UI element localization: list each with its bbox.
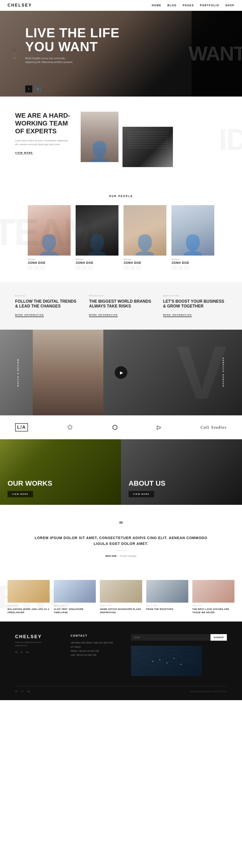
person-name-2: JONH DOE [75,261,119,265]
blog-section: EWO May 21, 2019 BALANCING WORK AND LIFE… [0,572,242,621]
navbar-logo: CHELSEY [7,3,32,7]
logo-2: ✿ [67,423,73,432]
navbar: CHELSEY HOME BLOG PAGES PORTFOLIO SHOP [0,0,242,11]
hero-controls: ‹ › [25,86,41,93]
nav-blog[interactable]: BLOG [168,4,177,7]
service-category-3: MARKETING [163,294,227,297]
person-fb-1[interactable]: Fb [34,266,39,270]
people-section: TEAM OUR PEOPLE 👤 Manager JONH DOE Tw Fb… [0,182,242,282]
footer-address: 198 West 21th Street, Suite 221 New York… [70,641,116,657]
person-fb-2[interactable]: Fb [82,266,87,270]
hero-prev-button[interactable]: ‹ [25,86,32,93]
hero-slide-current: 03 [12,48,16,52]
service-title-3: LET'S BOOST YOUR BUSINESS & GROW TOGETHE… [163,299,227,309]
blog-date-5: May 6, 2019 [192,604,235,607]
about-image-person: 👤 [81,112,119,162]
person-role-1: Manager [28,258,70,260]
blog-post-2: April 12, 2019 VLOG TRIP: SINGAPORE TIME… [54,580,96,614]
about-images: 👤 [81,112,227,167]
footer-signup-button[interactable]: SIGNUP [211,634,227,641]
hero-next-button[interactable]: › [34,86,41,93]
nav-pages[interactable]: PAGES [183,4,194,7]
footer-bottom-pi[interactable]: Pi [22,690,23,692]
blog-image-5 [192,580,235,602]
bridge-lines [122,127,173,167]
person-tw-4[interactable]: Tw [172,266,177,270]
service-category-1: DIGITAL [15,294,79,297]
nav-portfolio[interactable]: PORTFOLIO [200,4,219,7]
person-card-4: 👤 Manager JONH DOE Tw Fb Li [172,205,214,270]
person-fb-4[interactable]: Fb [178,266,183,270]
person-image-2: 👤 [75,205,119,255]
blog-date-3: March 8, 2019 [100,604,142,607]
about-view-more-button[interactable]: VIEW MORE [128,491,154,497]
footer-fb[interactable]: Fb [15,651,18,653]
social-twitter[interactable]: t [3,53,4,55]
about-section: WE ARE A HARD-WORKING TEAM OF EXPERTS Lo… [0,96,242,182]
navbar-links: HOME BLOG PAGES PORTFOLIO SHOP [152,4,235,7]
footer-bottom: Fb Pi Mo Designed by Fragmentor Themes ©… [15,686,227,692]
blog-post-5: May 6, 2019 THE BEST LOVE AFFAIRS ARE TH… [192,580,235,614]
social-instagram[interactable]: o [3,59,4,62]
logo-3: ⬡ [112,424,118,431]
hero-slide-total: 05 [13,57,16,60]
footer-contact: CONTACT 198 West 21th Street, Suite 221 … [70,634,116,676]
quote-icon: " [30,520,212,530]
person-tw-3[interactable]: Tw [123,266,129,270]
footer-pi[interactable]: Pi [21,651,23,653]
person-li-2[interactable]: Li [89,266,93,270]
service-marketing: MARKETING LET'S BOOST YOUR BUSINESS & GR… [163,294,227,317]
about-view-more[interactable]: VIEW MORE [15,152,33,154]
footer-made-by: Made by Fragmentor Themes all@reserved [15,641,56,648]
about-card-title: ABOUT US [128,479,165,488]
service-category-2: BRANDING [89,294,153,297]
blog-grid: May 21, 2019 BALANCING WORK AND LIFE AS … [7,580,235,614]
blog-date-4: April 23, 2019 [146,604,188,607]
service-link-1[interactable]: MORE INFORMATION [15,314,44,317]
service-link-3[interactable]: MORE INFORMATION [163,314,192,317]
map-svg [131,646,202,676]
person-li-1[interactable]: Li [40,266,45,270]
blog-title-5[interactable]: THE BEST LOVE AFFAIRS ARE THOSE WE NEVER [192,608,235,614]
logo-1: L/A [15,423,28,432]
person-li-3[interactable]: Li [137,266,141,270]
footer-mo[interactable]: Mo [26,651,29,653]
person-role-4: Manager [172,258,214,260]
blog-image-2 [54,580,96,602]
person-card-2: 👤 Manager JONH DOE Tw Fb Li [75,205,119,270]
blog-title-2[interactable]: VLOG TRIP: SINGAPORE TIMELAPSE [54,608,96,614]
footer-email-row: SIGNUP [131,634,227,641]
about-card: ABOUT US VIEW MORE [121,439,242,505]
about-content: WE ARE A HARD-WORKING TEAM OF EXPERTS Lo… [15,112,70,167]
footer-email-input[interactable] [131,634,211,641]
person-name-1: JONH DOE [28,261,70,265]
person-image-bg: 👤 [81,112,119,162]
footer-brand: CHELSEY Made by Fragmentor Themes all@re… [15,634,56,676]
blog-title-1[interactable]: BALANCING WORK AND LIFE AS A FREELANCER [7,608,50,614]
blog-title-3[interactable]: HOME OFFICE MAKEOVER PLANS INSPIRATION [100,608,142,614]
about-text: Lorem ipsum dolor sit amet, consectetuer… [15,139,70,147]
video-label-left: WATCH A REVIEW [17,359,19,386]
person-tw-1[interactable]: Tw [28,266,33,270]
blog-image-3 [100,580,142,602]
nav-shop[interactable]: SHOP [225,4,235,7]
person-fb-3[interactable]: Fb [130,266,135,270]
footer-bottom-fb[interactable]: Fb [15,690,18,692]
about-image-bridge [122,127,173,167]
person-image-3: 👤 [123,205,167,255]
person-li-4[interactable]: Li [184,266,188,270]
hero-title: LIVE THE LIFE YOU WANT [25,26,120,54]
person-card-3: 👤 Manager JONH DOE Tw Fb Li [123,205,167,270]
footer-bottom-mo[interactable]: Mo [27,690,30,692]
quote-text: LOREM IPSUM DOLOR SIT AMET, CONSECTETUER… [30,535,212,547]
person-tw-2[interactable]: Tw [75,266,81,270]
nav-home[interactable]: HOME [152,4,161,7]
service-link-2[interactable]: MORE INFORMATION [89,314,118,317]
person-name-4: JONH DOE [172,261,214,265]
social-facebook[interactable]: f [3,46,4,49]
blog-title-4[interactable]: FROM THE ROOFTOPS [146,608,188,611]
works-view-more-button[interactable]: VIEW MORE [7,491,33,497]
person-name-3: JONH DOE [123,261,167,265]
hero-counter: 03 — 05 [12,48,16,60]
hero-right-strip: WANT [191,11,242,96]
